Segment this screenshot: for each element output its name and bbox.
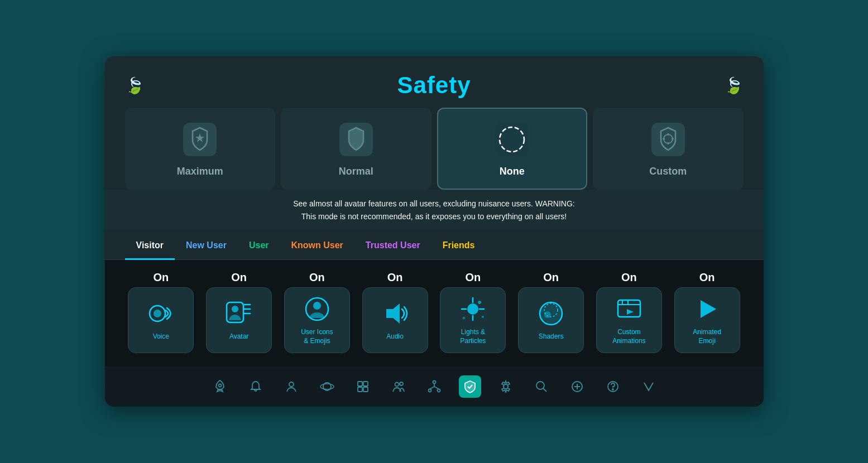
lights-status: On [465, 271, 481, 284]
nav-plus[interactable] [566, 375, 588, 398]
nav-puzzle[interactable] [352, 375, 374, 398]
feature-user-icons: On User Icons & Emojis [281, 271, 353, 353]
mode-normal[interactable]: Normal [281, 108, 431, 190]
nav-hierarchy[interactable] [423, 375, 445, 398]
user-tabs: Visitor New User User Known User Trusted… [105, 233, 764, 260]
svg-line-50 [434, 387, 439, 389]
custom-icon [649, 120, 688, 159]
svg-point-52 [536, 382, 544, 389]
voice-status: On [153, 271, 169, 284]
window-header: 🍃 Safety 🍃 [105, 56, 764, 108]
warning-line1: See almost all avatar features on all us… [125, 197, 744, 210]
svg-rect-29 [618, 300, 640, 317]
maximum-label: Maximum [177, 166, 223, 177]
custom-label: Custom [649, 166, 687, 177]
main-window: 🍃 Safety 🍃 Maximum [105, 56, 764, 407]
custom-anim-icon [615, 295, 644, 324]
nav-rocket[interactable] [209, 375, 231, 398]
svg-marker-17 [386, 303, 400, 324]
tab-known-user[interactable]: Known User [280, 233, 354, 260]
feature-audio: On Audio [359, 271, 431, 353]
normal-label: Normal [339, 166, 373, 177]
voice-icon [146, 299, 175, 328]
svg-point-44 [400, 382, 403, 385]
maximum-icon [180, 120, 219, 159]
nav-bell[interactable] [244, 375, 267, 398]
tab-friends[interactable]: Friends [431, 233, 486, 260]
svg-point-24 [482, 316, 484, 318]
nav-search[interactable] [530, 375, 553, 398]
svg-line-49 [430, 387, 434, 389]
animated-emoji-label: Animated Emoji [693, 328, 721, 345]
warning-banner: See almost all avatar features on all us… [105, 190, 764, 230]
tab-visitor[interactable]: Visitor [125, 233, 175, 260]
svg-point-46 [428, 389, 431, 392]
feature-animated-emoji: On Animated Emoji [671, 271, 744, 353]
user-icons-card[interactable]: User Icons & Emojis [284, 287, 350, 353]
nav-question[interactable] [602, 375, 624, 398]
nav-planet[interactable] [316, 375, 338, 398]
feature-avatar: On Avatar [203, 271, 275, 353]
nav-shield[interactable] [459, 375, 481, 398]
warning-line2: This mode is not recommended, as it expo… [125, 210, 744, 223]
svg-marker-34 [701, 300, 716, 318]
shaders-icon [536, 299, 565, 328]
feather-left-icon: 🍃 [125, 76, 145, 95]
feature-voice: On Voice [125, 271, 198, 353]
svg-point-47 [437, 389, 440, 392]
svg-rect-40 [363, 382, 368, 386]
custom-anim-card[interactable]: Custom Animations [596, 287, 662, 353]
shaders-card[interactable]: Shaders [518, 287, 584, 353]
svg-point-12 [154, 310, 161, 317]
features-grid: On Voice On [105, 260, 764, 366]
svg-point-14 [232, 306, 238, 312]
shaders-status: On [543, 271, 559, 284]
user-icons-icon [303, 295, 332, 324]
svg-point-23 [478, 301, 481, 304]
none-icon [492, 120, 531, 159]
lights-card[interactable]: Lights & Particles [440, 287, 506, 353]
svg-point-28 [544, 311, 551, 318]
audio-status: On [387, 271, 403, 284]
custom-anim-label: Custom Animations [612, 328, 645, 345]
svg-point-58 [612, 389, 613, 390]
lights-icon [458, 295, 487, 324]
feature-custom-anim: On Custom Animations [593, 271, 665, 353]
svg-point-16 [313, 302, 321, 310]
mode-none[interactable]: None [437, 108, 588, 190]
svg-rect-42 [363, 387, 368, 392]
svg-rect-39 [358, 382, 362, 386]
svg-point-45 [433, 380, 435, 383]
voice-card[interactable]: Voice [128, 287, 194, 353]
tab-trusted-user[interactable]: Trusted User [354, 233, 431, 260]
avatar-label: Avatar [229, 332, 248, 341]
nav-people[interactable] [387, 375, 410, 398]
audio-icon [381, 299, 410, 328]
bottom-nav [105, 366, 764, 407]
svg-line-53 [543, 388, 546, 392]
audio-card[interactable]: Audio [362, 287, 428, 353]
lights-label: Lights & Particles [460, 328, 486, 345]
feature-shaders: On Shaders [515, 271, 587, 353]
animated-emoji-card[interactable]: Animated Emoji [674, 287, 740, 353]
mode-custom[interactable]: Custom [593, 108, 744, 190]
nav-gear[interactable] [495, 375, 517, 398]
safety-modes: Maximum Normal None [105, 108, 764, 190]
tab-new-user[interactable]: New User [175, 233, 238, 260]
nav-person[interactable] [280, 375, 303, 398]
svg-point-18 [467, 303, 478, 315]
svg-point-38 [320, 384, 334, 389]
svg-marker-33 [627, 309, 634, 315]
nav-v-logo[interactable] [637, 375, 660, 398]
animated-emoji-status: On [699, 271, 715, 284]
page-title: Safety [397, 72, 471, 99]
avatar-card[interactable]: Avatar [206, 287, 272, 353]
feature-lights: On Lights & Particles [437, 271, 510, 353]
voice-label: Voice [153, 332, 169, 341]
user-icons-label: User Icons & Emojis [301, 328, 333, 345]
custom-anim-status: On [621, 271, 637, 284]
feather-right-icon: 🍃 [724, 76, 744, 95]
tab-user[interactable]: User [238, 233, 280, 260]
mode-maximum[interactable]: Maximum [125, 108, 276, 190]
normal-icon [337, 120, 376, 159]
